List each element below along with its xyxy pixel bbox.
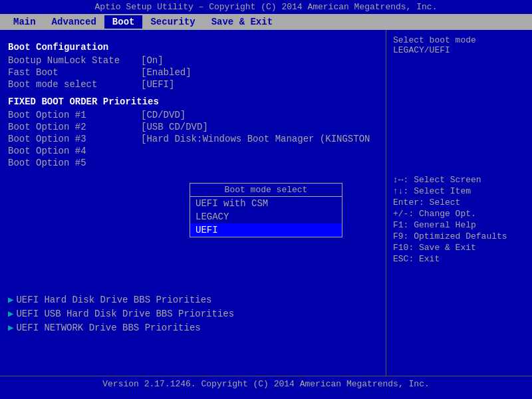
dropdown-title: Boot mode select — [190, 184, 342, 197]
boot-option-2-label: Boot Option #2 — [8, 122, 141, 132]
key-hint-f1: F1: General Help — [393, 220, 525, 230]
key-hint-change: +/-: Change Opt. — [393, 209, 525, 219]
priority-label-usb: UEFI USB Hard Disk Drive BBS Priorities — [16, 309, 234, 319]
priority-usb[interactable]: ▶ UEFI USB Hard Disk Drive BBS Prioritie… — [8, 308, 234, 319]
priority-label-hdd: UEFI Hard Disk Drive BBS Priorities — [16, 295, 211, 305]
menu-boot[interactable]: Boot — [104, 15, 143, 29]
help-text: Select boot mode LEGACY/UEFI — [393, 35, 525, 55]
main-area: Boot Configuration Bootup NumLock State … — [0, 30, 532, 376]
right-panel: Select boot mode LEGACY/UEFI ↕↔: Select … — [386, 30, 532, 376]
title-bar: Aptio Setup Utility – Copyright (C) 2014… — [0, 0, 532, 14]
dropdown-option-uefi-csm[interactable]: UEFI with CSM — [190, 197, 342, 210]
menu-main[interactable]: Main — [5, 15, 44, 29]
bbs-priorities: ▶ UEFI Hard Disk Drive BBS Priorities ▶ … — [8, 291, 234, 336]
fixed-order-title: FIXED BOOT ORDER Priorities — [8, 96, 378, 107]
config-row-numlock[interactable]: Bootup NumLock State [On] — [8, 55, 378, 66]
footer: Version 2.17.1246. Copyright (C) 2014 Am… — [0, 376, 532, 393]
boot-option-4[interactable]: Boot Option #4 — [8, 146, 378, 156]
left-panel: Boot Configuration Bootup NumLock State … — [0, 30, 386, 376]
boot-option-3-label: Boot Option #3 — [8, 134, 141, 144]
config-row-fastboot[interactable]: Fast Boot [Enabled] — [8, 67, 378, 78]
priority-hdd[interactable]: ▶ UEFI Hard Disk Drive BBS Priorities — [8, 294, 234, 305]
boot-config-title: Boot Configuration — [8, 42, 378, 53]
priority-arrow-hdd: ▶ — [8, 294, 13, 305]
key-hint-enter: Enter: Select — [393, 198, 525, 207]
footer-text: Version 2.17.1246. Copyright (C) 2014 Am… — [102, 379, 429, 389]
boot-option-1[interactable]: Boot Option #1 [CD/DVD] — [8, 110, 378, 120]
priority-arrow-network: ▶ — [8, 322, 13, 333]
boot-option-4-label: Boot Option #4 — [8, 146, 141, 156]
key-hint-item: ↑↓: Select Item — [393, 186, 525, 196]
title-text: Aptio Setup Utility – Copyright (C) 2014… — [95, 2, 438, 12]
config-row-bootmode[interactable]: Boot mode select [UEFI] — [8, 79, 378, 90]
config-value-bootmode: [UEFI] — [141, 79, 174, 90]
boot-option-1-value: [CD/DVD] — [141, 110, 186, 120]
menu-bar: Main Advanced Boot Security Save & Exit — [0, 14, 532, 30]
key-hint-f9: F9: Optimized Defaults — [393, 231, 525, 241]
boot-mode-dropdown[interactable]: Boot mode select UEFI with CSM LEGACY UE… — [190, 183, 342, 237]
boot-option-5-label: Boot Option #5 — [8, 158, 141, 168]
boot-option-1-label: Boot Option #1 — [8, 110, 141, 120]
dropdown-option-legacy[interactable]: LEGACY — [190, 210, 342, 223]
boot-option-3-value: [Hard Disk:Windows Boot Manager (KINGSTO… — [141, 134, 370, 144]
key-hint-screen: ↕↔: Select Screen — [393, 175, 525, 185]
menu-security[interactable]: Security — [142, 15, 203, 29]
menu-advanced[interactable]: Advanced — [44, 15, 104, 29]
boot-option-3[interactable]: Boot Option #3 [Hard Disk:Windows Boot M… — [8, 134, 378, 144]
config-value-numlock: [On] — [141, 55, 164, 66]
priority-arrow-usb: ▶ — [8, 308, 13, 319]
help-line-2: LEGACY/UEFI — [393, 45, 525, 55]
boot-option-5[interactable]: Boot Option #5 — [8, 158, 378, 168]
config-label-fastboot: Fast Boot — [8, 67, 141, 78]
priority-network[interactable]: ▶ UEFI NETWORK Drive BBS Priorities — [8, 322, 234, 333]
key-hint-esc: ESC: Exit — [393, 254, 525, 264]
priority-label-network: UEFI NETWORK Drive BBS Priorities — [16, 323, 200, 333]
config-value-fastboot: [Enabled] — [141, 67, 192, 78]
config-label-bootmode: Boot mode select — [8, 79, 141, 90]
config-label-numlock: Bootup NumLock State — [8, 55, 141, 66]
help-line-1: Select boot mode — [393, 35, 525, 45]
dropdown-option-uefi[interactable]: UEFI — [190, 223, 342, 237]
boot-option-2[interactable]: Boot Option #2 [USB CD/DVD] — [8, 122, 378, 132]
key-hints-container: ↕↔: Select Screen ↑↓: Select Item Enter:… — [393, 175, 525, 264]
key-hint-f10: F10: Save & Exit — [393, 243, 525, 253]
menu-save-exit[interactable]: Save & Exit — [203, 15, 281, 29]
boot-option-2-value: [USB CD/DVD] — [141, 122, 208, 132]
